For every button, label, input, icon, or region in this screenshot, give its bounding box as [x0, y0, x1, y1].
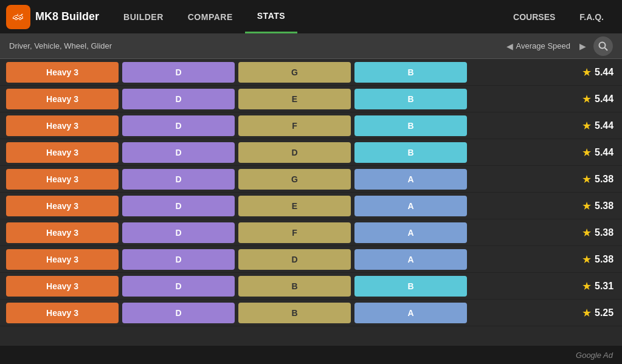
- star-icon: ★: [582, 253, 592, 266]
- wheel-cell: G: [238, 62, 351, 83]
- star-icon: ★: [582, 92, 592, 106]
- driver-cell: Heavy 3: [6, 115, 119, 136]
- rating-area: ★ 5.44: [582, 66, 616, 79]
- table-row[interactable]: Heavy 3 D E A ★ 5.38: [0, 193, 622, 219]
- nav-item-courses[interactable]: COURSES: [501, 0, 567, 33]
- vehicle-cell: D: [122, 142, 235, 163]
- table-row[interactable]: Heavy 3 D F B ★ 5.44: [0, 112, 622, 139]
- table-row[interactable]: Heavy 3 D F A ★ 5.38: [0, 219, 622, 246]
- filter-bar: Driver, Vehicle, Wheel, Glider ◀ Average…: [0, 33, 622, 59]
- rating-area: ★ 5.38: [582, 199, 616, 213]
- wheel-cell: G: [238, 169, 351, 190]
- star-icon: ★: [582, 173, 592, 186]
- wheel-cell: E: [238, 89, 351, 109]
- vehicle-cell: D: [122, 196, 235, 216]
- glider-cell: A: [354, 196, 467, 216]
- table-row[interactable]: Heavy 3 D E B ★ 5.44: [0, 86, 622, 112]
- header: 🏎 MK8 Builder BUILDER COMPARE STATS COUR…: [0, 0, 622, 33]
- glider-cell: A: [354, 222, 467, 243]
- rating-area: ★ 5.38: [582, 253, 616, 266]
- glider-cell: B: [354, 89, 467, 109]
- right-nav: COURSES F.A.Q.: [501, 0, 616, 33]
- svg-point-0: [600, 42, 606, 48]
- vehicle-cell: D: [122, 249, 235, 270]
- wheel-cell: B: [238, 276, 351, 297]
- glider-cell: B: [354, 62, 467, 83]
- driver-cell: Heavy 3: [6, 249, 119, 270]
- driver-cell: Heavy 3: [6, 303, 119, 323]
- wheel-cell: F: [238, 115, 351, 136]
- rating-value: 5.38: [595, 174, 616, 185]
- rating-area: ★ 5.44: [582, 119, 616, 132]
- table-row[interactable]: Heavy 3 D B B ★ 5.31: [0, 273, 622, 300]
- rating-value: 5.44: [595, 120, 616, 131]
- vehicle-cell: D: [122, 169, 235, 190]
- search-button[interactable]: [593, 36, 613, 56]
- rating-value: 5.31: [595, 281, 616, 292]
- logo-icon: 🏎: [6, 5, 30, 29]
- rating-area: ★ 5.38: [582, 173, 616, 186]
- nav-item-faq[interactable]: F.A.Q.: [567, 0, 616, 33]
- vehicle-cell: D: [122, 89, 235, 109]
- rating-value: 5.44: [595, 147, 616, 158]
- star-icon: ★: [582, 280, 592, 293]
- app-title: MK8 Builder: [35, 10, 99, 23]
- star-icon: ★: [582, 119, 592, 132]
- vehicle-cell: D: [122, 115, 235, 136]
- footer: Google Ad: [0, 346, 622, 364]
- vehicle-cell: D: [122, 62, 235, 83]
- glider-cell: B: [354, 115, 467, 136]
- glider-cell: A: [354, 169, 467, 190]
- results-table: Heavy 3 D G B ★ 5.44 Heavy 3 D E B ★ 5.4…: [0, 59, 622, 346]
- nav-item-stats[interactable]: STATS: [245, 0, 297, 33]
- table-row[interactable]: Heavy 3 D B A ★ 5.25: [0, 300, 622, 326]
- rating-value: 5.44: [595, 67, 616, 78]
- driver-cell: Heavy 3: [6, 169, 119, 190]
- vehicle-cell: D: [122, 276, 235, 297]
- glider-cell: A: [354, 303, 467, 323]
- star-icon: ★: [582, 66, 592, 79]
- driver-cell: Heavy 3: [6, 142, 119, 163]
- driver-cell: Heavy 3: [6, 62, 119, 83]
- star-icon: ★: [582, 226, 592, 239]
- nav-item-compare[interactable]: COMPARE: [176, 0, 245, 33]
- rating-area: ★ 5.31: [582, 280, 616, 293]
- vehicle-cell: D: [122, 303, 235, 323]
- wheel-cell: D: [238, 142, 351, 163]
- svg-line-1: [605, 47, 608, 50]
- main-nav: BUILDER COMPARE STATS: [111, 0, 297, 33]
- table-row[interactable]: Heavy 3 D G A ★ 5.38: [0, 166, 622, 193]
- rating-value: 5.38: [595, 254, 616, 265]
- rating-value: 5.38: [595, 201, 616, 211]
- rating-value: 5.38: [595, 227, 616, 238]
- google-ad-label: Google Ad: [576, 351, 613, 360]
- glider-cell: A: [354, 249, 467, 270]
- search-icon: [598, 41, 608, 51]
- driver-cell: Heavy 3: [6, 276, 119, 297]
- star-icon: ★: [582, 146, 592, 159]
- star-icon: ★: [582, 199, 592, 213]
- rating-area: ★ 5.44: [582, 92, 616, 106]
- vehicle-cell: D: [122, 222, 235, 243]
- nav-item-builder[interactable]: BUILDER: [111, 0, 176, 33]
- table-row[interactable]: Heavy 3 D D B ★ 5.44: [0, 139, 622, 166]
- driver-cell: Heavy 3: [6, 89, 119, 109]
- wheel-cell: E: [238, 196, 351, 216]
- rating-value: 5.44: [595, 94, 616, 105]
- rating-value: 5.25: [595, 307, 616, 318]
- rating-area: ★ 5.38: [582, 226, 616, 239]
- glider-cell: B: [354, 276, 467, 297]
- glider-cell: B: [354, 142, 467, 163]
- rating-area: ★ 5.25: [582, 306, 616, 320]
- rating-area: ★ 5.44: [582, 146, 616, 159]
- driver-cell: Heavy 3: [6, 196, 119, 216]
- table-row[interactable]: Heavy 3 D D A ★ 5.38: [0, 246, 622, 273]
- wheel-cell: F: [238, 222, 351, 243]
- logo-area: 🏎 MK8 Builder: [6, 5, 99, 29]
- wheel-cell: D: [238, 249, 351, 270]
- table-row[interactable]: Heavy 3 D G B ★ 5.44: [0, 59, 622, 86]
- scroll-left-icon[interactable]: ◀: [504, 40, 516, 52]
- wheel-cell: B: [238, 303, 351, 323]
- sort-label: Average Speed: [516, 41, 570, 50]
- scroll-right-icon[interactable]: ▶: [576, 40, 589, 52]
